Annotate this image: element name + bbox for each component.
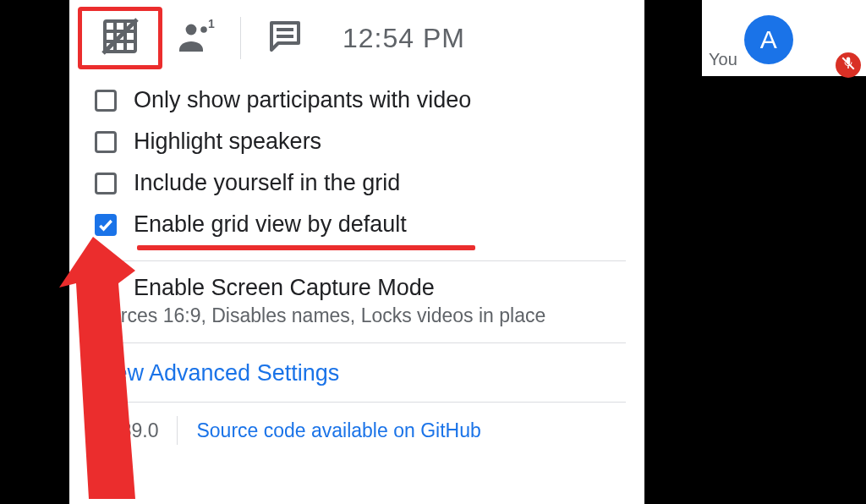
footer-divider <box>177 416 178 445</box>
view-advanced-settings-link[interactable]: View Advanced Settings <box>95 360 339 386</box>
people-icon: 1 <box>176 16 216 60</box>
you-label: You <box>709 50 737 69</box>
toolbar-divider <box>240 17 241 59</box>
footer: v1.39.0 Source code available on GitHub <box>69 403 644 445</box>
annotation-underline <box>137 245 475 250</box>
advanced-section: View Advanced Settings <box>69 343 644 386</box>
svg-point-6 <box>186 25 197 36</box>
grid-off-icon <box>100 16 140 60</box>
option-include-yourself[interactable]: Include yourself in the grid <box>95 162 626 204</box>
screen-capture-section: Enable Screen Capture Mode Forces 16:9, … <box>69 261 644 327</box>
option-label: Enable Screen Capture Mode <box>134 275 435 301</box>
option-screen-capture[interactable]: Enable Screen Capture Mode <box>95 271 626 304</box>
option-label: Enable grid view by default <box>134 211 407 238</box>
svg-line-5 <box>103 19 137 53</box>
muted-indicator <box>836 52 861 78</box>
checkbox-enable-grid-default[interactable] <box>95 214 117 236</box>
checkbox-include-yourself[interactable] <box>95 173 117 194</box>
options-list: Only show participants with video Highli… <box>69 76 644 245</box>
chat-icon <box>265 16 305 60</box>
checkbox-highlight-speakers[interactable] <box>95 131 117 153</box>
option-only-video[interactable]: Only show participants with video <box>95 79 626 121</box>
svg-rect-11 <box>847 66 849 68</box>
svg-point-7 <box>200 25 208 34</box>
participants-button[interactable]: 1 <box>162 8 230 68</box>
clock: 12:54 PM <box>343 23 465 54</box>
option-label: Include yourself in the grid <box>134 170 400 196</box>
checkbox-only-video[interactable] <box>95 90 117 112</box>
svg-text:1: 1 <box>208 17 215 30</box>
option-label: Highlight speakers <box>134 129 321 155</box>
option-label: Only show participants with video <box>134 87 471 113</box>
grid-view-toggle-button[interactable] <box>78 7 162 69</box>
option-highlight-speakers[interactable]: Highlight speakers <box>95 121 626 162</box>
source-code-link[interactable]: Source code available on GitHub <box>196 419 480 442</box>
mic-off-icon <box>841 56 856 74</box>
self-tile: You A <box>702 0 866 76</box>
version-text: v1.39.0 <box>95 419 158 442</box>
avatar: A <box>744 15 793 64</box>
settings-panel: 1 12:54 PM Only show participants with v… <box>69 0 644 504</box>
checkbox-screen-capture[interactable] <box>95 277 117 299</box>
top-bar: 1 12:54 PM <box>69 0 644 76</box>
chat-button[interactable] <box>251 8 319 68</box>
screen-capture-subtitle: Forces 16:9, Disables names, Locks video… <box>95 304 626 327</box>
option-enable-grid-default[interactable]: Enable grid view by default <box>95 204 626 245</box>
